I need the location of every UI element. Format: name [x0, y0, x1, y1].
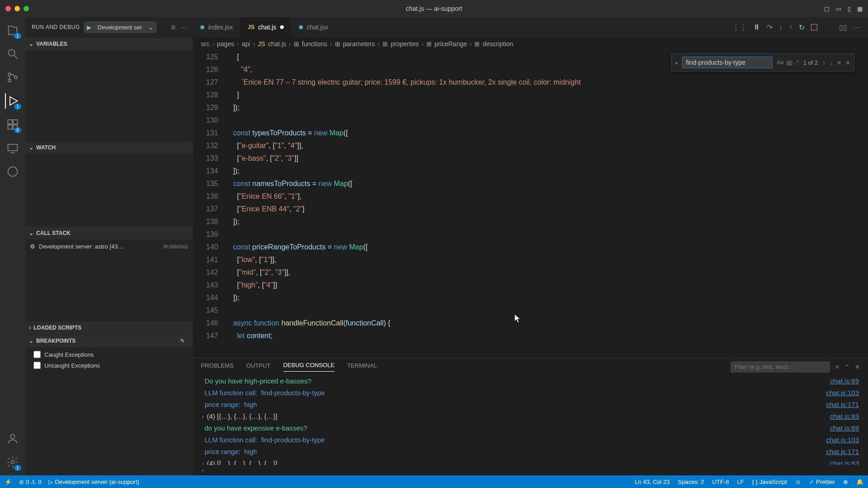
split-editor-icon[interactable]: ▯▯ [839, 23, 847, 32]
launch-config-select[interactable]: ▶ Development ser ⌄ [84, 21, 157, 33]
debug-target-indicator[interactable]: ▷Development server (ai-support) [48, 478, 139, 485]
code-line[interactable]: 137 ["Enice ENB 44", "2"] [193, 203, 868, 215]
code-line[interactable]: 134 ]); [193, 165, 868, 177]
pause-icon[interactable]: ⏸ [753, 23, 760, 31]
edit-icon[interactable]: ✎ [180, 338, 185, 344]
console-source-link[interactable]: chat.js:171 [826, 446, 859, 458]
console-prompt[interactable]: › [193, 465, 868, 475]
code-line[interactable]: 142 ["mid", ["2", "3"]], [193, 266, 868, 279]
code-line[interactable]: 129 ]); [193, 101, 868, 114]
code-line[interactable]: 136 ["Enice EN 66", "1"], [193, 190, 868, 203]
find-close-icon[interactable]: ✕ [845, 59, 850, 66]
restart-icon[interactable]: ↻ [799, 23, 805, 32]
watch-section-header[interactable]: ⌄WATCH [25, 141, 193, 154]
console-source-link[interactable]: chat.js:83 [830, 458, 859, 465]
expand-chevron-icon[interactable]: › [202, 458, 207, 465]
encoding[interactable]: UTF-8 [712, 478, 729, 485]
start-debug-icon[interactable]: ▶ [84, 24, 94, 31]
feedback-icon[interactable]: ⊕ [843, 478, 848, 485]
find-input[interactable] [682, 57, 773, 68]
gear-icon[interactable]: ⚙ [171, 24, 176, 31]
filter-icon[interactable]: ≡ [835, 364, 839, 370]
callstack-section-header[interactable]: ⌄CALL STACK [25, 227, 193, 239]
code-line[interactable]: 127 `Enice EN 77 – 7 string electric gui… [193, 76, 868, 89]
breakpoint-uncaught-exceptions[interactable]: Uncaught Exceptions [25, 360, 193, 371]
callstack-item[interactable]: ⚙ Development server: astro [43… RUNNING [25, 241, 193, 252]
eol[interactable]: LF [737, 478, 744, 485]
indentation[interactable]: Spaces: 2 [678, 478, 704, 485]
source-control-icon[interactable] [5, 70, 20, 85]
code-line[interactable]: 147 let content; [193, 330, 868, 342]
breakpoint-caught-exceptions[interactable]: Caught Exceptions [25, 349, 193, 360]
remote-indicator[interactable]: ⚡ [5, 478, 12, 485]
copilot-icon[interactable]: ☺ [795, 478, 801, 485]
layout-icon[interactable]: ▢ [824, 5, 830, 12]
settings-gear-icon[interactable]: 1 [5, 455, 20, 470]
breadcrumb-item[interactable]: priceRange [434, 40, 467, 48]
tab-index-jsx[interactable]: ⊛index.jsx [193, 17, 240, 37]
run-debug-icon[interactable]: 1 [5, 93, 20, 109]
uncaught-checkbox[interactable] [33, 362, 41, 369]
editor-code[interactable]: 125 [126 "4",127 `Enice EN 77 – 7 string… [193, 51, 868, 342]
sidebar-right-icon[interactable]: ▯ [848, 5, 851, 12]
console-source-link[interactable]: chat.js:103 [826, 434, 859, 446]
code-line[interactable]: 130 [193, 114, 868, 127]
code-line[interactable]: 144 ]); [193, 292, 868, 304]
notifications-icon[interactable]: 🔔 [856, 478, 863, 485]
tab-chat-js[interactable]: JSchat.js [240, 17, 291, 37]
match-word-icon[interactable]: ab [787, 59, 792, 66]
accounts-icon[interactable] [5, 431, 20, 446]
match-case-icon[interactable]: Aa [777, 59, 784, 66]
debug-console-output[interactable]: Do you have high-priced e-basses?chat.js… [193, 375, 868, 465]
panel-maximize-icon[interactable]: ⌃ [844, 364, 849, 370]
code-line[interactable]: 135 const namesToProducts = new Map([ [193, 177, 868, 190]
step-out-icon[interactable]: ↑ [789, 23, 792, 31]
customize-layout-icon[interactable]: ▦ [857, 5, 863, 12]
console-source-link[interactable]: chat.js:103 [826, 387, 859, 399]
find-prev-icon[interactable]: ↑ [822, 59, 825, 66]
remote-icon[interactable] [5, 140, 20, 156]
breadcrumb-item[interactable]: src [201, 40, 210, 48]
breadcrumb-item[interactable]: parameters [343, 40, 375, 48]
tab-chat-jsx[interactable]: ⊛chat.jsx [291, 17, 336, 37]
breadcrumb-item[interactable]: api [242, 40, 250, 48]
expand-chevron-icon[interactable]: › [202, 411, 207, 422]
explorer-icon[interactable]: 1 [5, 23, 20, 38]
step-into-icon[interactable]: ↓ [779, 23, 782, 31]
code-line[interactable]: 138 ]); [193, 215, 868, 228]
code-line[interactable]: 141 ["low", ["1"]], [193, 254, 868, 266]
extensions-icon[interactable]: 6 [5, 117, 20, 132]
code-line[interactable]: 132 ["e-guitar", ["1", "4"]], [193, 139, 868, 152]
more-actions-icon[interactable]: ⋯ [854, 23, 861, 32]
breadcrumb-item[interactable]: pages [217, 40, 234, 48]
drag-handle-icon[interactable]: ⋮⋮ [732, 23, 747, 32]
panel-tab-output[interactable]: OUTPUT [246, 362, 270, 372]
find-expand-icon[interactable]: › [675, 59, 677, 66]
code-line[interactable]: 131 const typesToProducts = new Map([ [193, 127, 868, 139]
close-window-button[interactable] [5, 6, 11, 11]
more-icon[interactable]: ⋯ [181, 24, 186, 31]
breadcrumb-item[interactable]: description [482, 40, 513, 48]
code-line[interactable]: 139 [193, 228, 868, 241]
breadcrumb-item[interactable]: properties [391, 40, 419, 48]
find-selection-icon[interactable]: ≡ [837, 59, 841, 66]
prettier-status[interactable]: ✓ Prettier [809, 478, 835, 485]
code-line[interactable]: 146 async function handleFunctionCall(fu… [193, 317, 868, 330]
console-source-link[interactable]: chat.js:69 [830, 375, 859, 387]
panel-tab-terminal[interactable]: TERMINAL [347, 362, 377, 372]
code-line[interactable]: 143 ["high", ["4"]] [193, 279, 868, 292]
search-icon[interactable] [5, 46, 20, 62]
panel-tab-debug-console[interactable]: DEBUG CONSOLE [283, 362, 334, 372]
breadcrumb-item[interactable]: chat.js [268, 40, 286, 48]
panel-toggle-icon[interactable]: ▭ [836, 5, 841, 12]
console-filter-input[interactable] [730, 361, 830, 373]
language-mode[interactable]: { } JavaScript [752, 478, 787, 485]
code-line[interactable]: 133 ["e-bass", ["2", "3"]] [193, 152, 868, 165]
problems-indicator[interactable]: ⊘0 ⚠0 [19, 478, 41, 485]
edge-icon[interactable] [5, 164, 20, 179]
loaded-scripts-section-header[interactable]: ›LOADED SCRIPTS [25, 321, 193, 334]
find-next-icon[interactable]: ↓ [830, 59, 833, 66]
regex-icon[interactable]: .* [795, 59, 799, 66]
minimize-window-button[interactable] [14, 6, 20, 11]
panel-tab-problems[interactable]: PROBLEMS [201, 362, 234, 372]
